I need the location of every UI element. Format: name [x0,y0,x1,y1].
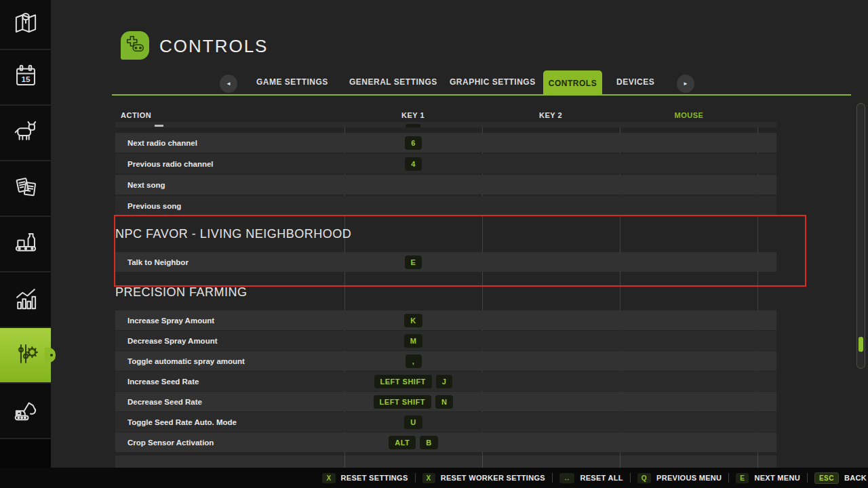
table-row-clipped[interactable] [115,122,776,127]
table-row[interactable]: Decrease Seed Rate LEFT SHIFT N [115,392,776,411]
mouse-cell[interactable] [620,133,757,152]
back-button[interactable]: ESC BACK [808,472,868,484]
sidebar-item-statistics[interactable] [0,272,51,328]
key1-cell[interactable]: 4 [344,154,482,174]
key2-cell[interactable] [482,331,620,350]
reset-settings-button[interactable]: X RESET SETTINGS [315,473,414,483]
action-label: Next song [127,181,165,189]
sidebar-item-settings[interactable] [0,328,51,384]
table-row[interactable]: Next radio channel 6 [115,133,776,152]
key-badge: E [405,256,422,269]
key1-cell[interactable] [344,175,482,195]
key2-cell[interactable] [482,252,620,272]
table-row[interactable]: Talk to Neighbor E [115,252,776,272]
tab-graphic-settings[interactable]: GRAPHIC SETTINGS [450,77,536,87]
scrollbar-thumb[interactable] [859,337,863,352]
table-row[interactable]: Toggle Seed Rate Auto. Mode U [115,412,776,432]
key2-cell[interactable] [482,154,620,174]
section-title-precision-farming: PRECISION FARMING [115,283,776,301]
mouse-cell[interactable] [620,432,757,452]
column-header-action: ACTION [121,111,151,119]
tab-devices[interactable]: DEVICES [616,77,654,87]
scrollbar-track[interactable] [856,103,865,369]
action-label: Previous song [127,202,181,210]
key2-cell[interactable] [482,175,620,195]
key1-cell[interactable]: E [344,252,482,272]
key2-cell[interactable] [482,392,620,411]
key2-cell[interactable] [482,432,620,452]
key2-cell[interactable] [482,133,620,152]
gamepad-keys-icon [124,33,146,58]
table-row[interactable]: Next song [115,175,776,195]
tabs-next-button[interactable]: ► [677,75,694,93]
key2-cell[interactable] [482,196,620,216]
key2-cell[interactable] [482,371,620,391]
key1-cell[interactable]: K [344,310,482,330]
key2-cell[interactable] [482,351,620,371]
mouse-cell[interactable] [620,371,757,391]
key1-cell[interactable] [344,196,482,216]
table-row[interactable]: Crop Sensor Activation ALT B [115,432,776,452]
key2-cell[interactable] [482,310,620,330]
next-menu-button[interactable]: E NEXT MENU [729,473,807,483]
sidebar-item-construction[interactable] [0,384,51,439]
mouse-cell[interactable] [620,412,757,432]
action-label: Talk to Neighbor [127,258,189,266]
svg-text:15: 15 [21,75,31,83]
action-label: Toggle Seed Rate Auto. Mode [127,418,237,426]
clipped-action-text [155,125,163,127]
mouse-cell[interactable] [620,392,757,411]
mouse-cell[interactable] [620,175,757,195]
mouse-cell[interactable] [620,310,757,330]
key1-cell[interactable]: 6 [344,133,482,152]
mouse-cell[interactable] [620,331,757,350]
sidebar-item-animals[interactable] [0,106,51,161]
production-icon [12,229,39,259]
key1-cell[interactable]: LEFT SHIFT N [344,392,482,411]
key-badge: M [404,334,423,348]
mouse-cell[interactable] [620,351,757,371]
back-label: BACK [844,474,867,482]
map-icon [12,9,39,39]
previous-menu-button[interactable]: Q PREVIOUS MENU [631,473,728,483]
tab-general-settings[interactable]: GENERAL SETTINGS [349,77,437,87]
key-badge: N [435,395,453,409]
tab-controls-active[interactable]: CONTROLS [543,70,602,96]
esc-key-badge: ESC [814,472,839,484]
key1-cell[interactable]: U [344,412,482,432]
key1-cell[interactable]: ALT B [344,432,482,452]
statistics-icon [12,285,39,314]
key-badge: B [420,436,437,449]
table-row[interactable]: Previous song [115,196,776,216]
table-row[interactable]: Decrease Spray Amount M [115,331,776,350]
key2-cell[interactable] [482,412,620,432]
key-badge: LEFT SHIFT [374,395,431,409]
calendar-icon: 15 [12,62,39,92]
reset-all-button[interactable]: ↔ RESET ALL [553,473,630,483]
mouse-cell[interactable] [620,196,757,216]
key-badge: 6 [405,136,422,150]
tab-game-settings[interactable]: GAME SETTINGS [256,77,328,87]
reset-worker-settings-button[interactable]: X RESET WORKER SETTINGS [416,473,552,483]
excavator-icon [12,396,39,426]
key1-cell[interactable]: M [344,331,482,350]
sidebar-item-map[interactable] [0,0,51,50]
reset-worker-settings-label: RESET WORKER SETTINGS [441,474,545,482]
mouse-cell[interactable] [620,154,757,174]
table-row[interactable]: Previous radio channel 4 [115,154,776,174]
key-badge: K [404,314,422,327]
table-row[interactable]: Toggle automatic spray amount , [115,351,776,371]
key-badge: J [436,375,453,388]
sidebar-item-production[interactable] [0,217,51,272]
key-badge: 4 [405,157,422,171]
sidebar-item-contracts[interactable] [0,161,51,217]
previous-menu-label: PREVIOUS MENU [656,474,722,482]
key1-cell[interactable]: LEFT SHIFT J [344,371,482,391]
table-row[interactable]: Increase Spray Amount K [115,310,776,330]
key1-cell[interactable]: , [344,351,482,371]
table-row[interactable]: Increase Seed Rate LEFT SHIFT J [115,371,776,391]
bottom-action-bar: X RESET SETTINGS X RESET WORKER SETTINGS… [0,468,868,488]
mouse-cell[interactable] [620,252,757,272]
tabs-prev-button[interactable]: ◄ [220,75,237,93]
sidebar-item-calendar[interactable]: 15 [0,50,51,106]
